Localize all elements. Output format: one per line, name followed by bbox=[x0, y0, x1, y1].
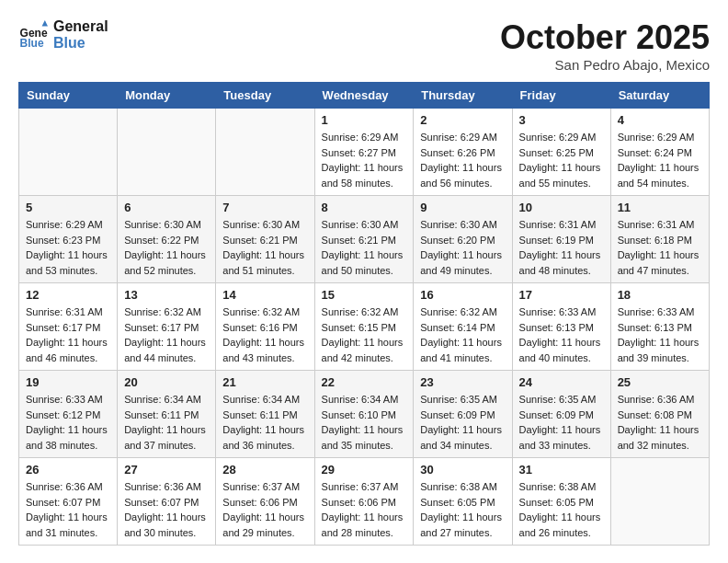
day-cell: 14Sunrise: 6:32 AMSunset: 6:16 PMDayligh… bbox=[216, 283, 314, 371]
day-cell bbox=[216, 109, 314, 196]
day-number: 8 bbox=[322, 201, 407, 214]
day-cell: 20Sunrise: 6:34 AMSunset: 6:11 PMDayligh… bbox=[118, 371, 216, 458]
week-row-5: 26Sunrise: 6:36 AMSunset: 6:07 PMDayligh… bbox=[19, 458, 710, 546]
day-number: 16 bbox=[420, 288, 505, 302]
weekday-header-sunday: Sunday bbox=[19, 83, 118, 109]
day-info: Sunrise: 6:30 AMSunset: 6:21 PMDaylight:… bbox=[322, 217, 407, 278]
day-cell: 28Sunrise: 6:37 AMSunset: 6:06 PMDayligh… bbox=[216, 458, 314, 546]
day-info: Sunrise: 6:32 AMSunset: 6:16 PMDaylight:… bbox=[222, 304, 307, 365]
day-number: 13 bbox=[124, 288, 209, 302]
day-cell: 8Sunrise: 6:30 AMSunset: 6:21 PMDaylight… bbox=[314, 196, 414, 283]
day-info: Sunrise: 6:32 AMSunset: 6:17 PMDaylight:… bbox=[124, 304, 209, 365]
week-row-1: 1Sunrise: 6:29 AMSunset: 6:27 PMDaylight… bbox=[19, 109, 710, 196]
day-info: Sunrise: 6:38 AMSunset: 6:05 PMDaylight:… bbox=[519, 479, 604, 540]
day-number: 28 bbox=[222, 463, 307, 477]
day-cell: 16Sunrise: 6:32 AMSunset: 6:14 PMDayligh… bbox=[414, 283, 512, 371]
day-info: Sunrise: 6:29 AMSunset: 6:23 PMDaylight:… bbox=[26, 217, 110, 278]
day-number: 4 bbox=[618, 113, 702, 127]
week-row-2: 5Sunrise: 6:29 AMSunset: 6:23 PMDaylight… bbox=[19, 196, 710, 283]
day-info: Sunrise: 6:37 AMSunset: 6:06 PMDaylight:… bbox=[322, 479, 407, 540]
day-cell: 25Sunrise: 6:36 AMSunset: 6:08 PMDayligh… bbox=[610, 371, 709, 458]
day-info: Sunrise: 6:33 AMSunset: 6:13 PMDaylight:… bbox=[519, 304, 604, 365]
day-number: 11 bbox=[618, 201, 702, 214]
svg-marker-2 bbox=[42, 20, 48, 26]
day-number: 7 bbox=[222, 201, 307, 214]
logo: General Blue General Blue bbox=[18, 18, 108, 52]
day-number: 26 bbox=[26, 463, 110, 477]
day-cell: 15Sunrise: 6:32 AMSunset: 6:15 PMDayligh… bbox=[314, 283, 414, 371]
day-number: 29 bbox=[322, 463, 407, 477]
week-row-3: 12Sunrise: 6:31 AMSunset: 6:17 PMDayligh… bbox=[19, 283, 710, 371]
day-cell: 4Sunrise: 6:29 AMSunset: 6:24 PMDaylight… bbox=[610, 109, 709, 196]
day-info: Sunrise: 6:36 AMSunset: 6:08 PMDaylight:… bbox=[618, 392, 702, 453]
day-cell: 27Sunrise: 6:36 AMSunset: 6:07 PMDayligh… bbox=[118, 458, 216, 546]
day-info: Sunrise: 6:34 AMSunset: 6:10 PMDaylight:… bbox=[322, 392, 407, 453]
day-info: Sunrise: 6:36 AMSunset: 6:07 PMDaylight:… bbox=[124, 479, 209, 540]
day-info: Sunrise: 6:36 AMSunset: 6:07 PMDaylight:… bbox=[26, 479, 110, 540]
day-cell: 29Sunrise: 6:37 AMSunset: 6:06 PMDayligh… bbox=[314, 458, 414, 546]
day-number: 5 bbox=[26, 201, 110, 214]
day-cell: 11Sunrise: 6:31 AMSunset: 6:18 PMDayligh… bbox=[610, 196, 709, 283]
day-info: Sunrise: 6:34 AMSunset: 6:11 PMDaylight:… bbox=[222, 392, 307, 453]
day-number: 12 bbox=[26, 288, 110, 302]
day-info: Sunrise: 6:32 AMSunset: 6:14 PMDaylight:… bbox=[420, 304, 505, 365]
day-info: Sunrise: 6:38 AMSunset: 6:05 PMDaylight:… bbox=[420, 479, 505, 540]
day-info: Sunrise: 6:35 AMSunset: 6:09 PMDaylight:… bbox=[519, 392, 604, 453]
day-info: Sunrise: 6:32 AMSunset: 6:15 PMDaylight:… bbox=[322, 304, 407, 365]
day-cell: 22Sunrise: 6:34 AMSunset: 6:10 PMDayligh… bbox=[314, 371, 414, 458]
day-info: Sunrise: 6:33 AMSunset: 6:12 PMDaylight:… bbox=[26, 392, 110, 453]
day-info: Sunrise: 6:31 AMSunset: 6:19 PMDaylight:… bbox=[519, 217, 604, 278]
calendar-table: SundayMondayTuesdayWednesdayThursdayFrid… bbox=[18, 82, 710, 546]
day-cell: 1Sunrise: 6:29 AMSunset: 6:27 PMDaylight… bbox=[314, 109, 414, 196]
weekday-header-thursday: Thursday bbox=[414, 83, 512, 109]
week-row-4: 19Sunrise: 6:33 AMSunset: 6:12 PMDayligh… bbox=[19, 371, 710, 458]
day-number: 3 bbox=[519, 113, 604, 127]
day-number: 14 bbox=[222, 288, 307, 302]
day-cell: 21Sunrise: 6:34 AMSunset: 6:11 PMDayligh… bbox=[216, 371, 314, 458]
day-number: 1 bbox=[322, 113, 407, 127]
day-number: 20 bbox=[124, 375, 209, 389]
day-number: 9 bbox=[420, 201, 505, 214]
day-info: Sunrise: 6:29 AMSunset: 6:26 PMDaylight:… bbox=[420, 130, 505, 190]
day-cell bbox=[610, 458, 709, 546]
logo-text-line1: General bbox=[53, 18, 108, 35]
logo-text-line2: Blue bbox=[53, 35, 108, 52]
weekday-header-row: SundayMondayTuesdayWednesdayThursdayFrid… bbox=[19, 83, 710, 109]
day-cell: 5Sunrise: 6:29 AMSunset: 6:23 PMDaylight… bbox=[19, 196, 118, 283]
page-header: General Blue General Blue October 2025 S… bbox=[18, 18, 710, 73]
day-cell: 24Sunrise: 6:35 AMSunset: 6:09 PMDayligh… bbox=[512, 371, 610, 458]
day-number: 23 bbox=[420, 375, 505, 389]
day-cell: 7Sunrise: 6:30 AMSunset: 6:21 PMDaylight… bbox=[216, 196, 314, 283]
day-number: 24 bbox=[519, 375, 604, 389]
day-number: 21 bbox=[222, 375, 307, 389]
day-info: Sunrise: 6:37 AMSunset: 6:06 PMDaylight:… bbox=[222, 479, 307, 540]
weekday-header-saturday: Saturday bbox=[610, 83, 709, 109]
weekday-header-wednesday: Wednesday bbox=[314, 83, 414, 109]
day-cell bbox=[118, 109, 216, 196]
day-cell: 12Sunrise: 6:31 AMSunset: 6:17 PMDayligh… bbox=[19, 283, 118, 371]
logo-icon: General Blue bbox=[18, 20, 48, 50]
day-cell: 18Sunrise: 6:33 AMSunset: 6:13 PMDayligh… bbox=[610, 283, 709, 371]
day-cell: 3Sunrise: 6:29 AMSunset: 6:25 PMDaylight… bbox=[512, 109, 610, 196]
day-cell bbox=[19, 109, 118, 196]
day-number: 15 bbox=[322, 288, 407, 302]
day-info: Sunrise: 6:33 AMSunset: 6:13 PMDaylight:… bbox=[618, 304, 702, 365]
day-number: 17 bbox=[519, 288, 604, 302]
day-number: 31 bbox=[519, 463, 604, 477]
day-cell: 6Sunrise: 6:30 AMSunset: 6:22 PMDaylight… bbox=[118, 196, 216, 283]
location: San Pedro Abajo, Mexico bbox=[500, 57, 710, 73]
day-info: Sunrise: 6:31 AMSunset: 6:17 PMDaylight:… bbox=[26, 304, 110, 365]
day-number: 2 bbox=[420, 113, 505, 127]
day-info: Sunrise: 6:30 AMSunset: 6:20 PMDaylight:… bbox=[420, 217, 505, 278]
day-number: 18 bbox=[618, 288, 702, 302]
weekday-header-friday: Friday bbox=[512, 83, 610, 109]
day-info: Sunrise: 6:29 AMSunset: 6:24 PMDaylight:… bbox=[618, 130, 702, 190]
day-info: Sunrise: 6:30 AMSunset: 6:21 PMDaylight:… bbox=[222, 217, 307, 278]
day-number: 27 bbox=[124, 463, 209, 477]
day-number: 19 bbox=[26, 375, 110, 389]
day-cell: 19Sunrise: 6:33 AMSunset: 6:12 PMDayligh… bbox=[19, 371, 118, 458]
day-cell: 30Sunrise: 6:38 AMSunset: 6:05 PMDayligh… bbox=[414, 458, 512, 546]
day-number: 25 bbox=[618, 375, 702, 389]
day-cell: 26Sunrise: 6:36 AMSunset: 6:07 PMDayligh… bbox=[19, 458, 118, 546]
day-cell: 17Sunrise: 6:33 AMSunset: 6:13 PMDayligh… bbox=[512, 283, 610, 371]
